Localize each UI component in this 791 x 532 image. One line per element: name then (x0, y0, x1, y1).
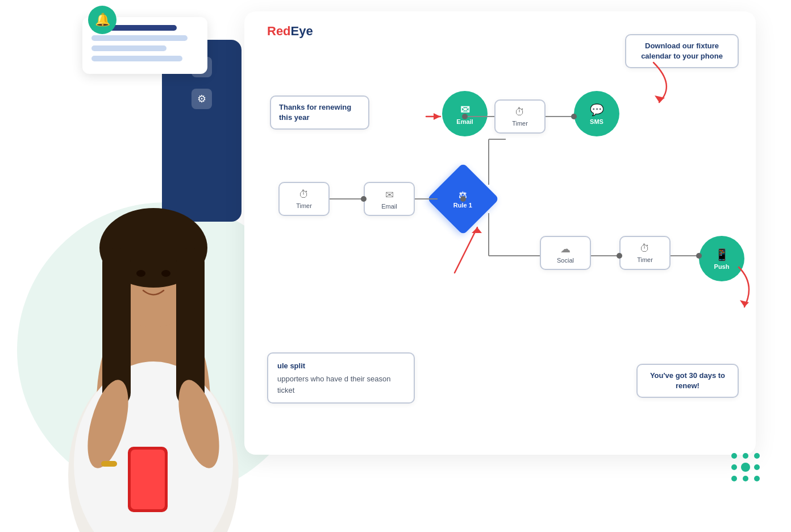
svg-point-40 (731, 476, 737, 481)
node-email-2: ✉ Email (364, 182, 415, 216)
node-push: 📱 Push (699, 236, 744, 281)
svg-marker-33 (434, 113, 440, 120)
rule-split-box: ule split upporters who have d their sea… (267, 352, 415, 404)
notification-line-2 (91, 35, 188, 41)
svg-point-34 (731, 453, 737, 459)
svg-point-7 (136, 270, 145, 277)
svg-point-41 (743, 476, 748, 481)
person-illustration (40, 146, 267, 532)
phone-card-icon-2: ⚙ (191, 89, 212, 109)
timer-icon-2: ⏱ (299, 189, 309, 201)
logo: RedEye (267, 24, 313, 39)
node-email-1: ✉ Email (442, 91, 488, 136)
svg-rect-13 (101, 461, 117, 467)
svg-rect-12 (131, 450, 165, 509)
node-social: ☁ Social (540, 236, 591, 270)
sms-icon: 💬 (590, 103, 604, 117)
notification-line-4 (91, 56, 182, 61)
svg-point-35 (743, 453, 748, 459)
svg-point-36 (754, 453, 760, 459)
timer-icon-1: ⏱ (515, 106, 525, 118)
callout-renewing: Thanks for renewing this year (270, 95, 369, 130)
svg-point-38 (741, 463, 750, 472)
svg-marker-32 (472, 227, 482, 233)
logo-dark-part: Eye (291, 24, 313, 38)
diagram-area: RedEye (244, 11, 756, 455)
node-timer-2: ⏱ Timer (278, 182, 330, 216)
callout-30-days: You've got 30 days to renew! (636, 364, 739, 398)
timer-icon-3: ⏱ (640, 243, 650, 255)
logo-red-part: Red (267, 24, 291, 38)
node-rule1: ⚖ Rule 1 (438, 173, 489, 225)
node-sms: 💬 SMS (574, 91, 619, 136)
svg-point-39 (754, 464, 760, 470)
social-icon: ☁ (560, 243, 571, 255)
bell-icon: 🔔 (88, 6, 116, 34)
push-icon: 📱 (715, 248, 729, 261)
email-icon-1: ✉ (460, 103, 470, 117)
svg-point-37 (731, 464, 737, 470)
person-container (34, 134, 273, 532)
svg-marker-30 (655, 95, 665, 102)
email-icon-2: ✉ (385, 189, 394, 201)
rule-icon: ⚖ (459, 189, 467, 200)
node-timer-1: ⏱ Timer (494, 99, 546, 134)
notification-line-3 (91, 45, 166, 51)
svg-point-42 (754, 476, 760, 481)
dot-grid-decoration (728, 450, 774, 498)
callout-fixture-calendar: Download our fixture calendar to your ph… (625, 34, 739, 68)
svg-marker-31 (740, 300, 749, 307)
dot-grid-svg (728, 450, 774, 496)
svg-point-8 (161, 270, 170, 277)
node-timer-3: ⏱ Timer (619, 236, 671, 270)
